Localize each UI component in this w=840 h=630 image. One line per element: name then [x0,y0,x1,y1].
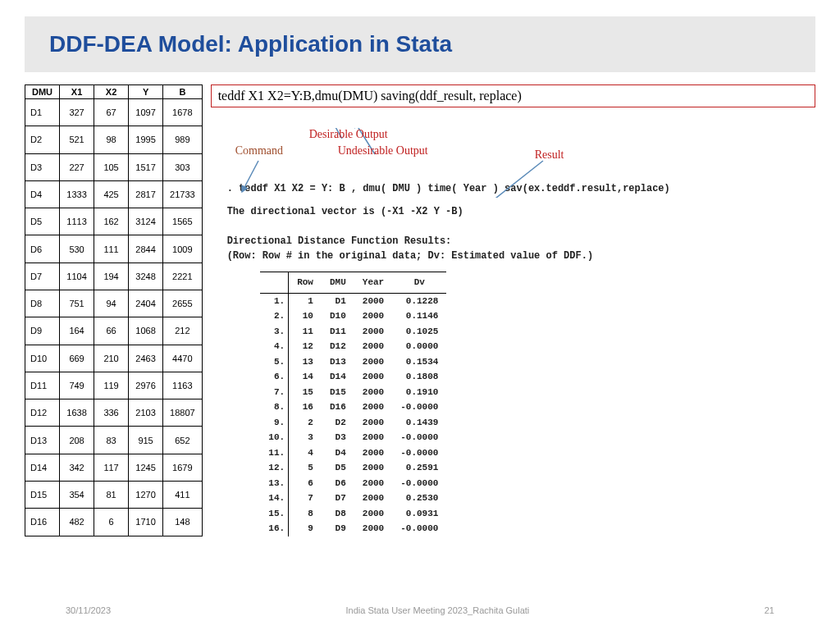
table-row: D1434211712451679 [25,454,203,481]
results-body: 1.1D120000.12282.10D1020000.11463.11D112… [260,293,447,536]
results-header-row: RowDMUYearDv [260,272,447,294]
footer-date: 30/11/2023 [66,605,111,615]
table-row: D5111316231241565 [25,208,203,235]
table-row: 6.14D1420000.1808 [260,369,447,385]
table-row: 15.8D820000.0931 [260,506,447,522]
table-row: 3.11D1120000.1025 [260,324,447,340]
data-col-header: B [163,85,203,99]
table-row: 1.1D120000.1228 [260,293,447,308]
table-row: D32271051517303 [25,153,203,180]
command-box: teddf X1 X2=Y:B,dmu(DMU) saving(ddf_resu… [211,84,815,107]
data-col-header: X1 [60,85,94,99]
label-undesirable: Undesirable Output [338,144,428,158]
data-body: D13276710971678D2521981995989D3227105151… [25,99,203,536]
table-row: D9164661068212 [25,317,203,345]
table-row: 13.6D62000-0.0000 [260,476,447,491]
stata-output: . teddf X1 X2 = Y: B , dmu( DMU ) time( … [211,181,815,536]
title-bar: DDF-DEA Model: Application in Stata [25,16,815,72]
footer-center: India Stata User Meeting 2023_Rachita Gu… [346,605,530,615]
table-row: 16.9D92000-0.0000 [260,521,447,536]
table-row: D87519424042655 [25,290,203,317]
table-row: D1066921024634470 [25,345,203,372]
table-row: D41333425281721733 [25,180,203,208]
results-col-header: Row [289,272,322,294]
results-col-header: Dv [392,272,446,294]
data-col-header: DMU [25,85,60,99]
table-row: D121638336210318807 [25,399,203,427]
stata-command-line: . teddf X1 X2 = Y: B , dmu( DMU ) time( … [227,181,815,196]
table-row: D2521981995989 [25,126,203,153]
table-row: D1174911929761163 [25,372,203,399]
stata-results-header: Directional Distance Function Results: (… [227,234,815,263]
stata-vector-line: The directional vector is (-X1 -X2 Y -B) [227,204,815,219]
table-row: 14.7D720000.2530 [260,491,447,506]
table-row: 8.16D162000-0.0000 [260,399,447,415]
table-row: D15354811270411 [25,481,203,508]
data-col-header: Y [129,85,163,99]
page-title: DDF-DEA Model: Application in Stata [49,31,791,57]
footer: 30/11/2023 India Stata User Meeting 2023… [0,605,840,615]
table-row: 5.13D1320000.1534 [260,354,447,370]
table-row: 4.12D1220000.0000 [260,339,447,354]
table-row: 7.15D1520000.1910 [260,385,447,400]
data-header-row: DMUX1X2YB [25,85,203,99]
label-command: Command [235,144,283,158]
table-row: D653011128441009 [25,235,203,262]
table-row: 9.2D220000.1439 [260,415,447,431]
table-row: D1648261710148 [25,509,203,536]
label-result: Result [535,148,564,162]
data-col-header: X2 [94,85,129,99]
table-row: 11.4D42000-0.0000 [260,445,447,461]
results-table: RowDMUYearDv 1.1D120000.12282.10D1020000… [260,272,447,536]
annotation-labels: Command Desirable Output Undesirable Out… [211,128,815,181]
table-row: D1320883915652 [25,427,203,454]
results-col-header: DMU [322,272,354,294]
input-data-table: DMUX1X2YB D13276710971678D2521981995989D… [25,84,203,536]
content-area: DMUX1X2YB D13276710971678D2521981995989D… [25,84,815,536]
table-row: D7110419432482221 [25,262,203,290]
label-desirable: Desirable Output [309,128,388,141]
footer-page: 21 [765,605,774,615]
results-col-header [260,272,289,294]
results-col-header: Year [354,272,392,294]
table-row: 10.3D32000-0.0000 [260,430,447,445]
right-column: teddf X1 X2=Y:B,dmu(DMU) saving(ddf_resu… [211,84,815,536]
table-row: 2.10D1020000.1146 [260,308,447,324]
table-row: 12.5D520000.2591 [260,460,447,476]
table-row: D13276710971678 [25,99,203,126]
